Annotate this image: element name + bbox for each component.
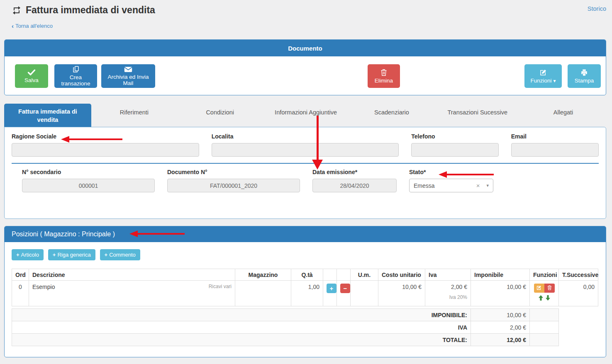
edit-row-button[interactable] (534, 284, 544, 293)
documento-n-label: Documento N° (167, 169, 300, 175)
move-row-up-button[interactable] (539, 295, 543, 301)
print-button[interactable]: Stampa (568, 64, 601, 88)
totals-table: IMPONIBILE: 10,00 € IVA 2,00 € TOTALE: 1… (12, 308, 559, 346)
page: Fattura immediata di vendita Storico ‹ T… (0, 0, 612, 364)
data-emissione-label: Data emissione* (312, 169, 397, 175)
cell-qta: 1,00 (291, 281, 323, 306)
telefono-input[interactable] (411, 143, 498, 157)
grand-total-row: TOTALE: 12,00 € (12, 334, 559, 346)
col-imponibile: Imponibile (471, 269, 530, 281)
col-magazzino: Magazzino (235, 269, 291, 281)
position-buttons: +Articolo +Riga generica +Commento (12, 249, 599, 260)
copy-icon (72, 66, 80, 73)
document-panel: Documento Salva Crea transazione Archivi… (4, 39, 606, 95)
archive-send-mail-button[interactable]: Archivia ed Invia Mail (101, 64, 155, 88)
trash-icon (547, 285, 552, 291)
cell-descrizione: Esempio Ricavi vari (29, 281, 235, 306)
trash-icon (380, 69, 387, 76)
plus-icon: + (16, 252, 20, 258)
annotation-arrow-stato (439, 171, 494, 178)
document-panel-header: Documento (5, 40, 606, 56)
positions-panel: Posizioni ( Magazzino : Principale ) +Ar… (4, 226, 606, 357)
iva-total-row: IVA 2,00 € (12, 321, 559, 334)
col-plus (323, 269, 337, 281)
clear-icon[interactable]: × (476, 182, 480, 189)
col-costo-unitario: Costo unitario (378, 269, 425, 281)
back-to-list-link[interactable]: ‹ Torna all'elenco (12, 22, 53, 29)
item-account-note: Ricavi vari (209, 284, 232, 289)
create-transaction-button[interactable]: Crea transazione (54, 64, 97, 88)
plus-icon: + (105, 252, 108, 258)
localita-label: Localita (212, 133, 399, 140)
documento-n-input[interactable] (167, 179, 300, 192)
cell-qty-plus: + (323, 281, 337, 306)
cell-qty-minus: − (337, 281, 351, 306)
localita-input[interactable] (212, 143, 399, 157)
grand-total-value: 12,00 € (471, 334, 530, 346)
stato-select[interactable]: Emessa × ▾ (409, 179, 493, 192)
functions-button[interactable]: Funzioni ▾ (524, 64, 562, 88)
printer-icon (580, 69, 588, 76)
retweet-icon (12, 5, 22, 15)
col-minus (337, 269, 351, 281)
positions-panel-header: Posizioni ( Magazzino : Principale ) (5, 226, 606, 242)
col-ord: Ord (12, 269, 29, 281)
tab-allegati[interactable]: Allegati (520, 104, 606, 127)
email-input[interactable] (511, 143, 599, 157)
stato-selected-value: Emessa (414, 182, 476, 189)
col-um: U.m. (351, 269, 378, 281)
cell-ord: 0 (12, 281, 29, 306)
envelope-icon (124, 66, 132, 73)
cell-costo-unitario: 10,00 € (378, 281, 425, 306)
cell-iva: 2,00 € Iva 20% (425, 281, 471, 306)
page-title-label: Fattura immediata di vendita (26, 5, 155, 16)
n-secondario-label: N° secondario (22, 169, 155, 175)
add-article-button[interactable]: +Articolo (12, 249, 44, 260)
cell-um (351, 281, 378, 306)
imponibile-total-value: 10,00 € (471, 309, 530, 321)
pencil-square-icon (536, 285, 541, 291)
iva-total-label: IVA (12, 321, 471, 334)
ragione-sociale-input[interactable] (12, 143, 199, 157)
tab-scadenziario[interactable]: Scadenziario (349, 104, 434, 127)
annotation-arrow-posizioni (129, 231, 185, 237)
dropdown-caret-icon[interactable]: ▾ (486, 183, 489, 188)
add-generic-row-button[interactable]: +Riga generica (48, 249, 95, 260)
iva-amount: 2,00 € (429, 284, 467, 290)
item-description: Esempio (32, 284, 55, 290)
tab-bar: Fattura immediata di vendita Riferimenti… (4, 104, 606, 127)
save-button[interactable]: Salva (15, 64, 48, 88)
top-bar: Fattura immediata di vendita Storico (6, 0, 606, 16)
imponibile-total-row: IMPONIBILE: 10,00 € (12, 309, 559, 321)
move-row-down-button[interactable] (546, 295, 550, 301)
col-iva: Iva (425, 269, 471, 281)
positions-table: Ord Descrizione Magazzino Q.tà U.m. Cost… (12, 269, 598, 306)
delete-row-button[interactable] (544, 284, 555, 293)
tab-riferimenti[interactable]: Riferimenti (91, 104, 177, 127)
data-emissione-input[interactable] (312, 179, 397, 192)
n-secondario-input[interactable] (22, 179, 155, 192)
iva-rate-note: Iva 20% (429, 294, 467, 300)
col-t-successive: T.Successive (559, 269, 598, 281)
email-label: Email (511, 133, 599, 140)
qty-decrease-button[interactable]: − (340, 284, 350, 293)
caret-down-icon: ▾ (553, 78, 556, 84)
telefono-label: Telefono (411, 133, 498, 140)
tab-fattura-immediata[interactable]: Fattura immediata di vendita (4, 104, 91, 127)
cell-magazzino (235, 281, 291, 306)
storico-link[interactable]: Storico (588, 5, 606, 12)
annotation-arrow-ragione-sociale (61, 136, 122, 143)
table-header-row: Ord Descrizione Magazzino Q.tà U.m. Cost… (12, 269, 598, 281)
form-divider (12, 163, 599, 164)
page-title: Fattura immediata di vendita (6, 5, 155, 16)
col-funzioni: Funzioni (530, 269, 559, 281)
tab-condizioni[interactable]: Condizioni (177, 104, 263, 127)
delete-button[interactable]: Elimina (368, 64, 400, 88)
col-qta: Q.tà (291, 269, 323, 281)
chevron-left-icon: ‹ (12, 22, 14, 29)
document-panel-body: Salva Crea transazione Archivia ed Invia… (5, 56, 606, 95)
tab-transazioni-sucessive[interactable]: Transazioni Sucessive (434, 104, 520, 127)
add-comment-button[interactable]: +Commento (100, 249, 140, 260)
qty-increase-button[interactable]: + (327, 284, 336, 293)
tab-informazioni-aggiuntive[interactable]: Informazioni Aggiuntive (263, 104, 349, 127)
